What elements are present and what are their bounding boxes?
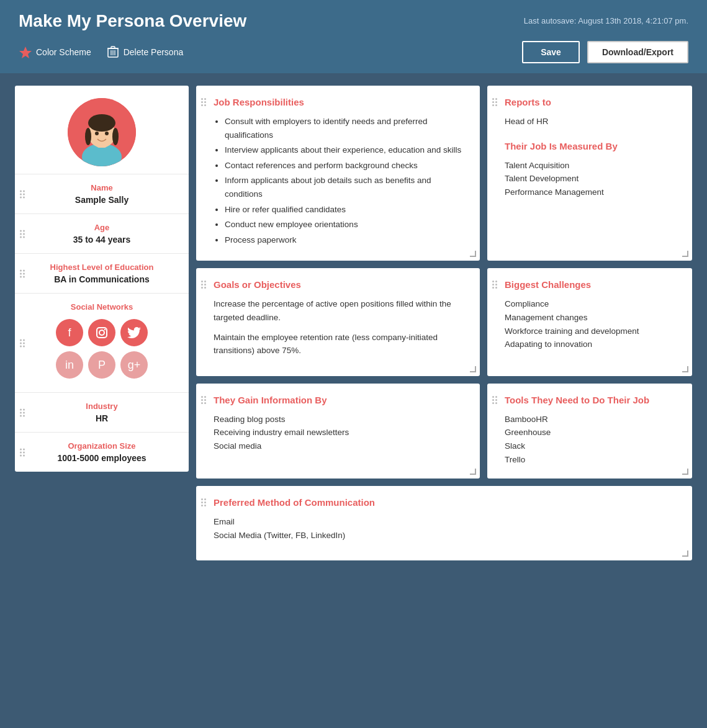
twitter-icon[interactable] — [120, 319, 148, 346]
communication-content: EmailSocial Media (Twitter, FB, LinkedIn… — [214, 515, 680, 542]
list-item: BambooHR — [505, 413, 680, 426]
list-item: Inform applicants about job details such… — [225, 174, 467, 200]
list-item: Social media — [214, 439, 467, 453]
resize-handle[interactable] — [470, 469, 476, 475]
header-toolbar: Color Scheme Delete Persona Save — [19, 41, 688, 73]
list-item: Consult with employers to identify needs… — [225, 115, 467, 142]
list-item: Talent Development — [505, 172, 680, 186]
name-value: Sample Sally — [27, 195, 176, 205]
header: Make My Persona Overview Last autosave: … — [0, 0, 707, 73]
social-label: Social Networks — [27, 302, 176, 312]
list-item: Hire or refer qualified candidates — [225, 203, 467, 217]
social-networks-section: Social Networks f in P — [15, 294, 189, 393]
industry-field: Industry HR — [15, 393, 189, 433]
reports-to-title: Reports to — [505, 97, 680, 107]
delete-persona-button[interactable]: Delete Persona — [106, 45, 184, 59]
challenges-content: ComplianceManagement changesWorkforce tr… — [505, 297, 680, 351]
svg-point-11 — [88, 114, 115, 132]
list-item: Management changes — [505, 311, 680, 325]
toolbar-right: Save Download/Export — [522, 41, 688, 63]
cards-row-2: Goals or Objectives Increase the percent… — [196, 268, 692, 375]
list-item: Conduct new employee orientations — [225, 218, 467, 231]
svg-point-13 — [112, 128, 119, 145]
persona-avatar — [15, 86, 189, 174]
communication-title: Preferred Method of Communication — [214, 497, 680, 508]
goals-card: Goals or Objectives Increase the percent… — [196, 268, 480, 375]
org-size-field: Organization Size 1001-5000 employees — [15, 433, 189, 472]
page-title: Make My Persona Overview — [19, 11, 246, 31]
list-item: Contact references and perform backgroun… — [225, 159, 467, 173]
industry-label: Industry — [27, 402, 176, 411]
org-size-label: Organization Size — [27, 441, 176, 451]
list-item: Social Media (Twitter, FB, LinkedIn) — [214, 529, 680, 542]
linkedin-icon[interactable]: in — [56, 351, 83, 379]
drag-handle — [20, 448, 25, 456]
cards-row-4: Preferred Method of Communication EmailS… — [196, 486, 692, 560]
main-content: Name Sample Sally Age 35 to 44 years Hig… — [0, 73, 707, 573]
job-responsibilities-card: Job Responsibilities Consult with employ… — [196, 86, 480, 261]
tools-content: BambooHRGreenhouseSlackTrello — [505, 413, 680, 466]
pinterest-icon[interactable]: P — [88, 351, 115, 379]
job-measured-content: Talent AcquisitionTalent DevelopmentPerf… — [505, 159, 680, 199]
drag-handle — [201, 281, 206, 289]
name-field: Name Sample Sally — [15, 174, 189, 214]
svg-point-14 — [95, 132, 99, 135]
svg-point-17 — [99, 330, 104, 335]
list-item: Talent Acquisition — [505, 159, 680, 173]
instagram-icon[interactable] — [88, 319, 115, 346]
svg-marker-0 — [19, 47, 32, 58]
delete-persona-label: Delete Persona — [124, 47, 184, 57]
download-button[interactable]: Download/Export — [587, 41, 688, 63]
job-responsibilities-title: Job Responsibilities — [214, 97, 467, 107]
drag-handle — [492, 396, 497, 404]
goals-content: Increase the percentage of active open p… — [214, 297, 467, 357]
cards-row-3: They Gain Information By Reading blog po… — [196, 384, 692, 479]
age-label: Age — [27, 223, 176, 232]
education-label: Highest Level of Education — [27, 263, 176, 272]
header-top: Make My Persona Overview Last autosave: … — [19, 11, 688, 31]
resize-handle[interactable] — [682, 366, 688, 372]
googleplus-icon[interactable]: g+ — [120, 351, 148, 379]
goal-paragraph: Increase the percentage of active open p… — [214, 297, 467, 324]
drag-handle — [201, 396, 206, 404]
challenges-card: Biggest Challenges ComplianceManagement … — [487, 268, 692, 375]
communication-card: Preferred Method of Communication EmailS… — [196, 486, 692, 560]
resize-handle[interactable] — [470, 366, 476, 372]
social-icons-row-2: in P g+ — [27, 351, 176, 379]
resize-handle[interactable] — [682, 251, 688, 257]
facebook-icon[interactable]: f — [56, 319, 83, 346]
svg-point-12 — [85, 128, 91, 145]
drag-handle — [20, 230, 25, 238]
age-value: 35 to 44 years — [27, 235, 176, 245]
education-value: BA in Communications — [27, 274, 176, 284]
svg-point-18 — [104, 329, 106, 330]
color-scheme-button[interactable]: Color Scheme — [19, 45, 91, 59]
left-column: Name Sample Sally Age 35 to 44 years Hig… — [15, 86, 189, 472]
list-item: Greenhouse — [505, 426, 680, 439]
color-scheme-icon — [19, 45, 32, 59]
avatar — [68, 98, 136, 166]
reports-to-card: Reports to Head of HR Their Job Is Measu… — [487, 86, 692, 261]
job-measured-title: Their Job Is Measured By — [505, 141, 680, 151]
svg-point-15 — [105, 132, 109, 135]
list-item: Reading blog posts — [214, 413, 467, 426]
reports-to-content: Head of HR — [505, 115, 680, 128]
save-button[interactable]: Save — [522, 41, 580, 63]
resize-handle[interactable] — [682, 469, 688, 475]
trash-icon — [106, 45, 120, 59]
svg-rect-3 — [111, 47, 115, 48]
resize-handle[interactable] — [470, 251, 476, 257]
autosave-text: Last autosave: August 13th 2018, 4:21:07… — [524, 16, 688, 25]
drag-handle — [201, 498, 206, 506]
list-item: Performance Management — [505, 186, 680, 199]
name-label: Name — [27, 183, 176, 192]
drag-handle — [20, 269, 25, 277]
list-item: Email — [214, 515, 680, 529]
resize-handle[interactable] — [682, 550, 688, 557]
reports-to-value: Head of HR — [505, 115, 680, 128]
job-responsibilities-content: Consult with employers to identify needs… — [214, 115, 467, 246]
list-item: Adapating to innovation — [505, 338, 680, 351]
list-item: Process paperwork — [225, 233, 467, 247]
goals-title: Goals or Objectives — [214, 279, 467, 290]
cards-row-1: Job Responsibilities Consult with employ… — [196, 86, 692, 261]
